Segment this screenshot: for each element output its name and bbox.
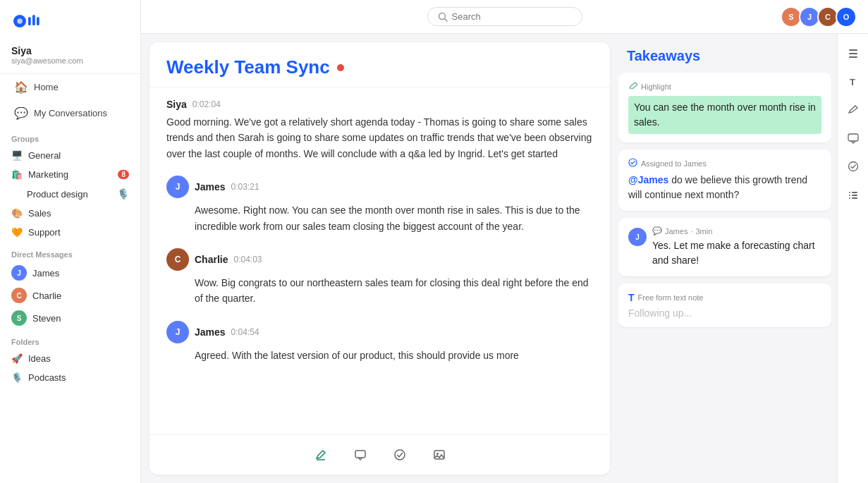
folders-section-label: Folders	[0, 329, 140, 349]
list-icon	[848, 189, 859, 200]
reply-dot: ·	[690, 227, 692, 236]
user-email: siya@awesome.com	[11, 56, 129, 65]
text-icon: T	[848, 76, 859, 87]
steven-avatar: S	[11, 310, 27, 326]
reply-comment-icon: 💬	[652, 226, 662, 236]
svg-point-23	[849, 197, 850, 199]
svg-rect-2	[32, 15, 35, 25]
svg-point-21	[849, 195, 850, 196]
sidebar-folder-podcasts[interactable]: 🎙️ Podcasts	[0, 368, 140, 387]
table-row: J James 0:03:21 Awesome. Right now. You …	[166, 176, 593, 234]
message-text: Good morning. We've got a relatively sho…	[166, 114, 593, 161]
sidebar-dm-steven[interactable]: S Steven	[0, 307, 140, 329]
sidebar-item-product-design[interactable]: Product design 🎙️	[0, 184, 140, 204]
pen-icon	[848, 104, 859, 116]
reply-avatar: J	[628, 228, 647, 246]
right-tools-panel: T	[837, 34, 868, 483]
sidebar-dm-james[interactable]: J James	[0, 262, 140, 284]
my-conversations-label: My Conversations	[34, 108, 107, 118]
home-icon: 🏠	[14, 80, 28, 94]
highlight-button[interactable]	[308, 442, 334, 467]
sidebar-item-general[interactable]: 🖥️ General	[0, 146, 140, 165]
user-name: Siya	[11, 45, 129, 56]
comment-button[interactable]	[348, 442, 373, 467]
sales-emoji: 🎨	[11, 208, 23, 219]
table-row: J James 0:04:54 Agreed. With the latest …	[166, 321, 593, 363]
ideas-label: Ideas	[28, 353, 51, 364]
sidebar-item-marketing[interactable]: 🛍️ Marketing 8	[0, 165, 140, 184]
message-name: James	[195, 181, 226, 192]
svg-line-6	[444, 18, 447, 21]
message-text: Agreed. With the latest version of our p…	[166, 348, 593, 363]
message-time: 0:02:04	[192, 99, 221, 109]
mention-james: @James	[628, 174, 668, 185]
tool-bubble[interactable]	[842, 127, 864, 149]
takeaway-card-reply: J 💬 James · 3min Yes. Let me make a fore…	[618, 218, 831, 276]
message-time: 0:04:54	[231, 327, 259, 337]
topbar-avatar-other: O	[836, 6, 857, 27]
podcasts-emoji: 🎙️	[11, 372, 23, 383]
svg-point-9	[395, 450, 405, 460]
comment-icon	[354, 448, 367, 461]
reply-meta: 💬 James · 3min	[652, 226, 821, 236]
groups-section-label: Groups	[0, 126, 140, 146]
image-button[interactable]	[427, 442, 452, 467]
svg-rect-1	[28, 17, 31, 25]
user-profile[interactable]: Siya siya@awesome.com	[0, 39, 140, 74]
takeaway-card-highlight: Highlight You can see the month over mon…	[618, 73, 831, 142]
meeting-title: Weekly Team Sync	[166, 56, 330, 78]
steven-label: Steven	[32, 313, 61, 324]
search-bar[interactable]	[427, 7, 582, 26]
sidebar-item-home[interactable]: 🏠 Home	[3, 75, 137, 99]
freeform-label-icon: T	[628, 292, 635, 303]
message-name: James	[195, 326, 226, 338]
assign-button[interactable]	[387, 442, 412, 467]
james-label: James	[32, 268, 59, 279]
message-name: Siya	[166, 99, 187, 110]
takeaway-card-freeform[interactable]: T Free form text note Following up...	[618, 283, 831, 327]
message-header-james1: J James 0:03:21	[166, 176, 593, 198]
charlie-avatar: C	[11, 288, 27, 303]
highlight-label-icon	[628, 81, 637, 92]
transcript-panel: Weekly Team Sync Siya 0:02:04 Good morni…	[149, 42, 610, 475]
sidebar-folder-ideas[interactable]: 🚀 Ideas	[0, 349, 140, 368]
general-emoji: 🖥️	[11, 150, 23, 161]
message-time: 0:03:21	[231, 182, 259, 192]
svg-point-19	[849, 192, 850, 193]
sidebar-item-support[interactable]: 🧡 Support	[0, 223, 140, 242]
tool-text[interactable]: T	[842, 71, 864, 93]
content-area: Weekly Team Sync Siya 0:02:04 Good morni…	[141, 34, 868, 483]
search-input[interactable]	[452, 11, 551, 22]
check-circle-icon	[848, 161, 859, 172]
freeform-label: T Free form text note	[628, 292, 821, 303]
transcript-header: Weekly Team Sync	[149, 42, 610, 87]
svg-point-18	[848, 162, 857, 171]
sidebar-dm-charlie[interactable]: C Charlie	[0, 284, 140, 307]
home-label: Home	[34, 82, 59, 92]
svg-rect-14	[849, 53, 857, 54]
highlight-text: You can see the month over month rise in…	[628, 96, 821, 134]
message-name: Charlie	[195, 254, 228, 265]
transcript-messages: Siya 0:02:04 Good morning. We've got a r…	[149, 87, 610, 434]
product-design-label: Product design	[11, 189, 88, 200]
tool-lines[interactable]	[842, 42, 864, 65]
james-msg-avatar: J	[166, 176, 189, 198]
freeform-placeholder[interactable]: Following up...	[628, 307, 821, 319]
svg-point-4	[17, 18, 23, 24]
message-time: 0:04:03	[233, 255, 262, 264]
sidebar-item-sales[interactable]: 🎨 Sales	[0, 204, 140, 223]
sidebar-item-my-conversations[interactable]: 💬 My Conversations	[3, 101, 137, 126]
charlie-label: Charlie	[32, 291, 61, 301]
assigned-label: Assigned to James	[628, 158, 821, 169]
svg-rect-17	[848, 134, 858, 141]
recording-icon: 🎙️	[117, 188, 129, 200]
table-row: Siya 0:02:04 Good morning. We've got a r…	[166, 99, 593, 161]
svg-text:T: T	[850, 77, 855, 87]
tool-pen[interactable]	[842, 99, 864, 121]
reply-body: 💬 James · 3min Yes. Let me make a foreca…	[652, 226, 821, 268]
tool-list[interactable]	[842, 183, 864, 206]
tool-check[interactable]	[842, 155, 864, 178]
assigned-text: @James do we believe this growth trend w…	[628, 173, 821, 202]
message-header-james2: J James 0:04:54	[166, 321, 593, 343]
topbar-avatars: S J C O	[783, 6, 857, 27]
